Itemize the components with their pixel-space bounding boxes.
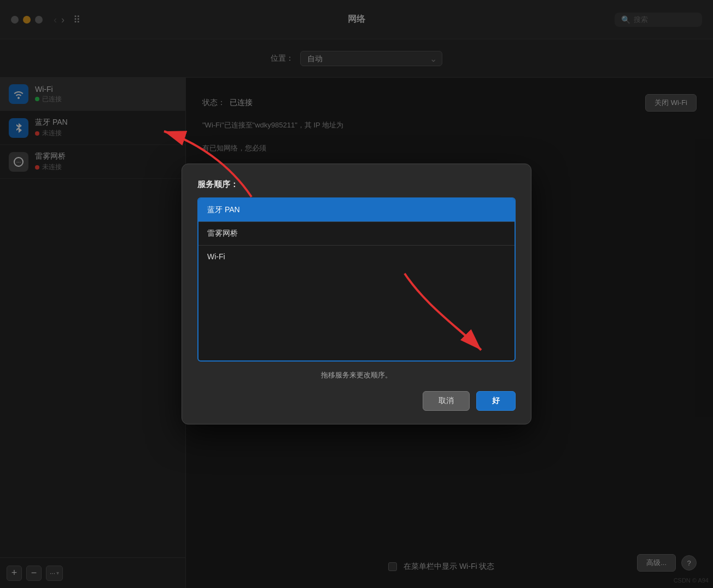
service-item-bluetooth-label: 蓝牙 PAN: [207, 205, 240, 214]
service-order-modal: 服务顺序： 蓝牙 PAN 雷雾网桥 Wi-Fi 拖移服务来更改顺序。 取消 好: [182, 164, 531, 424]
cancel-button[interactable]: 取消: [423, 391, 470, 411]
service-item-thunderbolt-label: 雷雾网桥: [207, 229, 238, 237]
service-item-wifi[interactable]: Wi-Fi: [198, 246, 515, 267]
modal-title: 服务顺序：: [197, 179, 516, 190]
service-item-bluetooth[interactable]: 蓝牙 PAN: [198, 199, 515, 222]
service-list: 蓝牙 PAN 雷雾网桥 Wi-Fi: [197, 197, 516, 362]
ok-button[interactable]: 好: [476, 391, 516, 411]
modal-hint: 拖移服务来更改顺序。: [197, 370, 516, 380]
modal-overlay: 服务顺序： 蓝牙 PAN 雷雾网桥 Wi-Fi 拖移服务来更改顺序。 取消 好: [0, 0, 713, 588]
service-item-thunderbolt[interactable]: 雷雾网桥: [198, 222, 515, 246]
service-item-wifi-label: Wi-Fi: [207, 252, 225, 261]
modal-buttons: 取消 好: [197, 391, 516, 411]
